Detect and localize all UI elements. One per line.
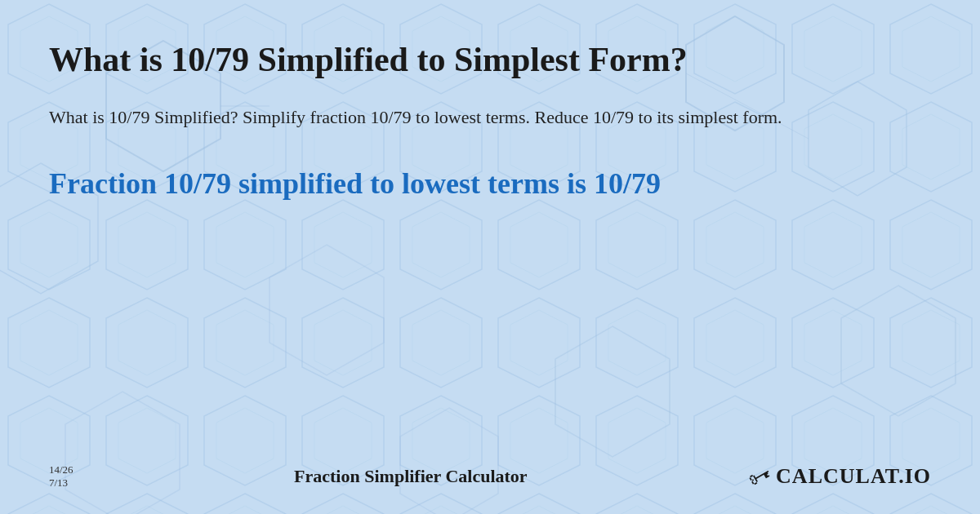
logo-text: CALCULAT.IO xyxy=(776,464,931,489)
footer: 14/26 7/13 Fraction Simplifier Calculato… xyxy=(49,454,931,490)
description-text: What is 10/79 Simplified? Simplify fract… xyxy=(49,103,931,131)
key-icon: 🗝 xyxy=(743,459,777,494)
footer-fractions: 14/26 7/13 xyxy=(49,463,74,489)
calculat-logo: 🗝 CALCULAT.IO xyxy=(748,463,931,490)
brand-label: Fraction Simplifier Calculator xyxy=(294,466,528,487)
footer-left: 14/26 7/13 xyxy=(49,463,74,489)
fraction-bottom: 7/13 xyxy=(49,476,74,490)
page-title: What is 10/79 Simplified to Simplest For… xyxy=(49,39,931,80)
result-heading: Fraction 10/79 simplified to lowest term… xyxy=(49,165,931,203)
fraction-top: 14/26 xyxy=(49,463,74,476)
footer-brand: Fraction Simplifier Calculator xyxy=(294,466,528,487)
